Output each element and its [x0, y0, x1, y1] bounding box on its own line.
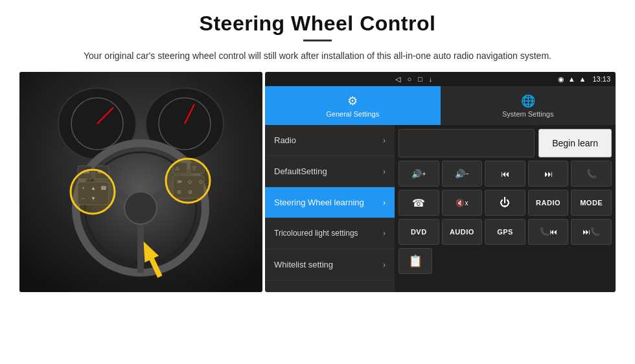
power-btn[interactable]: ⏻: [485, 190, 525, 216]
settings-tabs: ⚙ General Settings 🌐 System Settings: [265, 86, 616, 125]
nav-buttons: ◁ ○ □ ↓: [270, 75, 558, 84]
svg-point-34: [166, 159, 210, 203]
android-ui: ◁ ○ □ ↓ ◉ ▲ ▲ 13:13 ⚙ General Settings: [265, 72, 616, 292]
prev-btn[interactable]: ⏮: [485, 161, 525, 187]
back-icon[interactable]: ◁: [395, 75, 400, 84]
phone-next-btn[interactable]: ⏭📞: [571, 219, 612, 245]
chevron-icon: ›: [383, 198, 386, 207]
menu-item-steering[interactable]: Steering Wheel learning ›: [265, 187, 395, 218]
content-row: + ▲ ☎ − ▼ OK M ≫ ◇ ◇ ⊙ ⊙ △: [19, 72, 616, 292]
chevron-icon: ›: [383, 136, 386, 145]
system-settings-icon: 🌐: [521, 94, 535, 108]
menu-item-whitelist[interactable]: Whitelist setting ›: [265, 249, 395, 280]
steering-wheel-image: + ▲ ☎ − ▼ OK M ≫ ◇ ◇ ⊙ ⊙ △: [19, 72, 262, 292]
menu-radio-label: Radio: [274, 135, 296, 145]
menu-default-label: DefaultSetting: [274, 166, 327, 176]
menu-item-default[interactable]: DefaultSetting ›: [265, 156, 395, 187]
right-controls-panel: Begin learn 🔊+ 🔊− ⏮ ⏭ 📞 ☎ 🔇x ⏻: [395, 125, 616, 292]
dvd-btn[interactable]: DVD: [398, 219, 439, 245]
next-btn[interactable]: ⏭: [528, 161, 569, 187]
mode-btn[interactable]: MODE: [571, 190, 612, 216]
phone-prev-btn[interactable]: 📞⏮: [528, 219, 569, 245]
vol-up-btn[interactable]: 🔊+: [398, 161, 439, 187]
gps-btn[interactable]: GPS: [485, 219, 525, 245]
location-icon: ◉: [558, 75, 564, 84]
svg-point-12: [124, 192, 157, 224]
audio-btn[interactable]: AUDIO: [442, 219, 483, 245]
control-row-1: 🔊+ 🔊− ⏮ ⏭ 📞: [398, 161, 612, 187]
tab-system-label: System Settings: [502, 110, 553, 118]
tab-general[interactable]: ⚙ General Settings: [265, 86, 441, 125]
title-divider: [303, 40, 332, 41]
wifi-icon: ▲: [568, 75, 575, 83]
status-bar: ◁ ○ □ ↓ ◉ ▲ ▲ 13:13: [265, 72, 616, 86]
menu-steering-label: Steering Wheel learning: [274, 198, 364, 207]
screenshot-icon[interactable]: ↓: [429, 75, 433, 83]
menu-item-radio[interactable]: Radio ›: [265, 125, 395, 156]
menu-tricoloured-label: Tricoloured light settings: [274, 229, 358, 238]
menu-whitelist-label: Whitelist setting: [274, 260, 333, 269]
vol-down-btn[interactable]: 🔊−: [442, 161, 483, 187]
left-menu: Radio › DefaultSetting › Steering Wheel …: [265, 125, 395, 292]
main-body: Radio › DefaultSetting › Steering Wheel …: [265, 125, 616, 292]
page-title: Steering Wheel Control: [200, 12, 436, 36]
page-wrapper: Steering Wheel Control Your original car…: [0, 0, 635, 364]
home-icon[interactable]: ○: [407, 75, 411, 83]
begin-learn-row: Begin learn: [398, 129, 612, 157]
time-display: 13:13: [592, 75, 610, 83]
subtitle: Your original car's steering wheel contr…: [84, 49, 551, 63]
status-icons: ◉ ▲ ▲ 13:13: [558, 75, 610, 84]
learn-input: [398, 129, 535, 157]
svg-point-33: [71, 170, 115, 214]
call-btn[interactable]: ☎: [398, 190, 439, 216]
chevron-icon: ›: [383, 260, 386, 269]
begin-learn-button[interactable]: Begin learn: [538, 129, 612, 157]
recents-icon[interactable]: □: [418, 75, 422, 83]
tab-system[interactable]: 🌐 System Settings: [441, 86, 616, 125]
tab-general-label: General Settings: [326, 110, 379, 118]
phone-btn[interactable]: 📞: [571, 161, 612, 187]
general-settings-icon: ⚙: [347, 94, 358, 108]
mute-btn[interactable]: 🔇x: [442, 190, 483, 216]
control-row-3: DVD AUDIO GPS 📞⏮ ⏭📞: [398, 219, 612, 245]
list-btn[interactable]: 📋: [398, 248, 432, 274]
radio-btn[interactable]: RADIO: [528, 190, 569, 216]
signal-icon: ▲: [579, 75, 586, 83]
chevron-icon: ›: [383, 167, 386, 176]
control-row-2: ☎ 🔇x ⏻ RADIO MODE: [398, 190, 612, 216]
bottom-row: 📋: [398, 248, 612, 274]
chevron-icon: ›: [383, 229, 386, 238]
menu-item-tricoloured[interactable]: Tricoloured light settings ›: [265, 218, 395, 249]
